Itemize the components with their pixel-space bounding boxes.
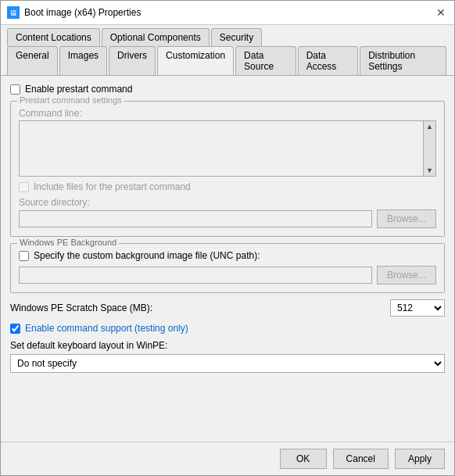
tab-optional-components[interactable]: Optional Components xyxy=(102,28,210,46)
enable-command-support-label: Enable command support (testing only) xyxy=(25,323,188,334)
command-line-input[interactable] xyxy=(19,120,424,177)
include-files-label: Include files for the prestart command xyxy=(34,181,191,192)
pe-background-group: Windows PE Background Specify the custom… xyxy=(10,243,445,293)
ok-button[interactable]: OK xyxy=(280,449,327,469)
tab-distribution-settings[interactable]: Distribution Settings xyxy=(360,46,446,75)
scratch-space-select[interactable]: 512 32 64 128 256 xyxy=(390,299,445,317)
tab-general[interactable]: General xyxy=(7,46,58,75)
apply-button[interactable]: Apply xyxy=(395,449,445,469)
custom-bg-input[interactable] xyxy=(19,267,372,284)
content-area: Enable prestart command Prestart command… xyxy=(1,76,454,442)
title-bar: 🖥 Boot image (x64) Properties ✕ xyxy=(1,1,454,25)
tab-content-locations[interactable]: Content Locations xyxy=(7,28,100,46)
tab-data-source[interactable]: Data Source xyxy=(235,46,296,75)
scratch-space-label: Windows PE Scratch Space (MB): xyxy=(10,302,152,313)
enable-command-support-checkbox[interactable] xyxy=(10,324,20,334)
tab-images[interactable]: Images xyxy=(59,46,107,75)
pe-background-group-label: Windows PE Background xyxy=(17,238,119,247)
close-button[interactable]: ✕ xyxy=(434,5,448,20)
keyboard-layout-section: Set default keyboard layout in WinPE: Do… xyxy=(10,340,445,373)
command-line-wrapper: ▲ ▼ xyxy=(19,120,436,177)
tab-drivers[interactable]: Drivers xyxy=(109,46,156,75)
tab-security[interactable]: Security xyxy=(211,28,262,46)
cancel-button[interactable]: Cancel xyxy=(333,449,389,469)
tab-row-1: Content Locations Optional Components Se… xyxy=(1,25,454,46)
command-line-label: Command line: xyxy=(19,108,436,119)
browse-button-1[interactable]: Browse... xyxy=(377,209,436,228)
custom-bg-checkbox[interactable] xyxy=(19,251,29,261)
scroll-down-icon: ▼ xyxy=(425,165,435,176)
keyboard-layout-label: Set default keyboard layout in WinPE: xyxy=(10,340,445,351)
custom-bg-row: Specify the custom background image file… xyxy=(19,250,436,261)
include-files-checkbox[interactable] xyxy=(19,182,29,192)
enable-prestart-label: Enable prestart command xyxy=(25,84,132,95)
enable-command-support-row: Enable command support (testing only) xyxy=(10,323,445,334)
scratch-space-row: Windows PE Scratch Space (MB): 512 32 64… xyxy=(10,299,445,317)
prestart-group-label: Prestart command settings xyxy=(17,95,124,105)
window-icon: 🖥 xyxy=(7,6,20,19)
tab-data-access[interactable]: Data Access xyxy=(298,46,359,75)
custom-bg-label: Specify the custom background image file… xyxy=(34,250,260,261)
source-directory-input[interactable] xyxy=(19,210,372,227)
scroll-up-icon: ▲ xyxy=(425,121,435,132)
properties-window: 🖥 Boot image (x64) Properties ✕ Content … xyxy=(0,0,455,476)
browse-button-2[interactable]: Browse... xyxy=(377,266,436,285)
enable-prestart-checkbox[interactable] xyxy=(10,84,20,95)
keyboard-layout-select[interactable]: Do not specify xyxy=(10,354,445,373)
enable-prestart-row: Enable prestart command xyxy=(10,84,445,95)
include-files-row: Include files for the prestart command xyxy=(19,181,436,192)
source-directory-label: Source directory: xyxy=(19,197,436,208)
window-title: Boot image (x64) Properties xyxy=(24,7,141,18)
prestart-group: Prestart command settings Command line: … xyxy=(10,101,445,237)
custom-bg-input-row: Browse... xyxy=(19,266,436,285)
source-directory-row: Browse... xyxy=(19,209,436,228)
tab-row-2: General Images Drivers Customization Dat… xyxy=(1,46,454,76)
tab-customization[interactable]: Customization xyxy=(157,46,234,75)
scrollbar: ▲ ▼ xyxy=(424,120,436,177)
bottom-bar: OK Cancel Apply xyxy=(1,442,454,475)
